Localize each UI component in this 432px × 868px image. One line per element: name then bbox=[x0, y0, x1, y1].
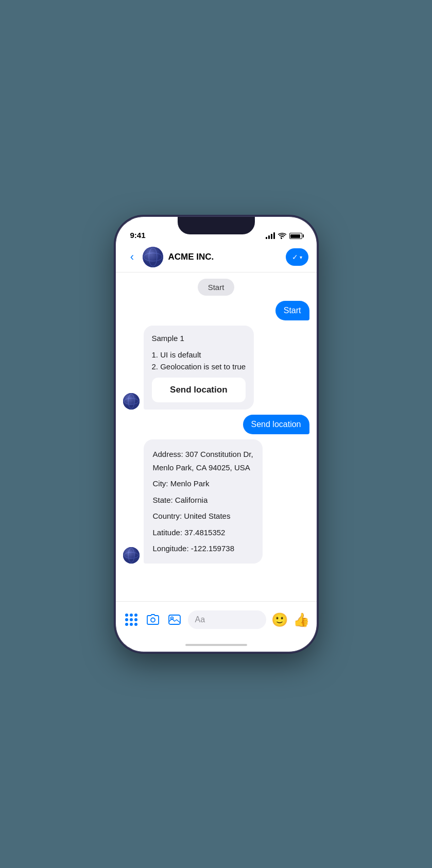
svg-point-12 bbox=[151, 618, 155, 622]
svg-point-11 bbox=[123, 547, 140, 564]
chat-title: ACME INC. bbox=[168, 252, 286, 262]
thumbsup-button[interactable]: 👍 bbox=[293, 611, 309, 628]
battery-icon bbox=[289, 233, 302, 239]
location-country: Country: United States bbox=[153, 509, 253, 523]
check-dropdown-button[interactable]: ✓ ▾ bbox=[286, 248, 308, 266]
location-info-row: Address: 307 Constitution Dr, Menlo Park… bbox=[123, 439, 309, 564]
wifi-icon bbox=[278, 233, 286, 240]
emoji-button[interactable]: 🙂 bbox=[271, 611, 288, 628]
system-message: Start bbox=[198, 279, 235, 296]
bot-message-row: Sample 1 1. UI is default 2. Geolocation… bbox=[123, 326, 309, 410]
chat-area: Start Start bbox=[116, 273, 317, 601]
signal-icon bbox=[266, 233, 275, 239]
nav-bar: ‹ ACME INC. ✓ ▾ bbox=[116, 243, 317, 273]
location-info-bubble: Address: 307 Constitution Dr, Menlo Park… bbox=[144, 439, 263, 564]
user-message-start: Start bbox=[275, 301, 309, 320]
bot-card-bubble: Sample 1 1. UI is default 2. Geolocation… bbox=[144, 326, 254, 410]
bottom-toolbar: Aa 🙂 👍 bbox=[116, 601, 317, 638]
send-location-button[interactable]: Send location bbox=[152, 378, 246, 402]
status-time: 9:41 bbox=[130, 231, 146, 240]
back-button[interactable]: ‹ bbox=[124, 249, 141, 265]
message-input[interactable]: Aa bbox=[188, 610, 266, 629]
svg-point-3 bbox=[143, 247, 163, 267]
camera-button[interactable] bbox=[145, 611, 161, 628]
image-button[interactable] bbox=[166, 611, 183, 628]
bot-avatar-2 bbox=[123, 547, 140, 564]
location-city: City: Menlo Park bbox=[153, 477, 253, 490]
user-message-send-location: Send location bbox=[243, 415, 309, 434]
bot-avatar bbox=[123, 393, 140, 410]
location-latitude: Latitude: 37.4815352 bbox=[153, 526, 253, 539]
bot-card-title: Sample 1 bbox=[152, 333, 246, 345]
svg-point-7 bbox=[123, 393, 140, 410]
home-indicator bbox=[116, 638, 317, 652]
avatar bbox=[143, 247, 163, 267]
location-address: Address: 307 Constitution Dr, Menlo Park… bbox=[153, 448, 253, 474]
bot-card-points: 1. UI is default 2. Geolocation is set t… bbox=[152, 349, 246, 372]
dots-grid-icon bbox=[125, 614, 137, 626]
status-icons bbox=[266, 233, 302, 240]
apps-button[interactable] bbox=[123, 611, 140, 628]
location-state: State: California bbox=[153, 493, 253, 507]
location-longitude: Longitude: -122.159738 bbox=[153, 542, 253, 555]
